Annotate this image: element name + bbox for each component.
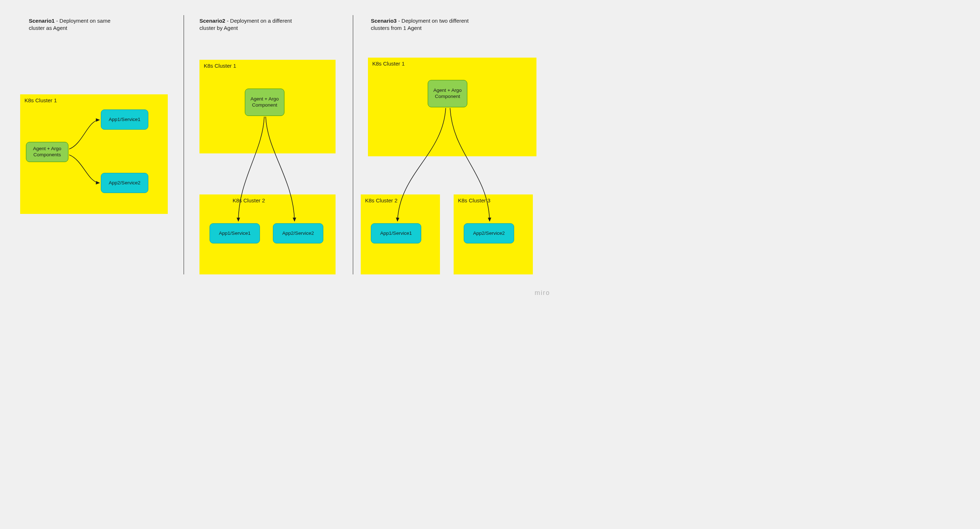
scenario3-title: Scenario3 - Deployment on two different … [371,17,486,32]
s3-app1-node: App1/Service1 [371,223,421,244]
node-label: App2/Service2 [109,180,140,186]
s1-app2-node: App2/Service2 [101,173,148,193]
node-label: Agent + Argo Component [247,96,283,108]
cluster-label: K8s Cluster 2 [365,198,398,204]
s2-agent-node: Agent + Argo Component [245,89,285,116]
divider-2 [353,15,353,274]
cluster-label: K8s Cluster 1 [372,61,405,67]
s2-app1-node: App1/Service1 [210,223,260,244]
node-label: App1/Service1 [380,231,412,237]
miro-watermark: miro [535,289,550,297]
node-label: App1/Service1 [219,231,251,237]
node-label: Agent + Argo Components [28,146,67,158]
node-label: App2/Service2 [282,231,314,237]
cluster-label: K8s Cluster 1 [24,97,57,104]
s1-agent-node: Agent + Argo Components [26,142,68,162]
node-label: App2/Service2 [473,231,505,237]
s1-app1-node: App1/Service1 [101,110,148,130]
cluster-label: K8s Cluster 3 [458,198,490,204]
node-label: Agent + Argo Component [430,88,466,100]
scenario1-title: Scenario1 - Deployment on same cluster a… [29,17,123,32]
scenario2-title: Scenario2 - Deployment on a different cl… [199,17,300,32]
node-label: App1/Service1 [109,117,140,123]
s3-app2-node: App2/Service2 [464,223,514,244]
cluster-label: K8s Cluster 2 [232,198,265,204]
cluster-label: K8s Cluster 1 [204,63,236,69]
divider-1 [184,15,184,274]
s2-app2-node: App2/Service2 [273,223,323,244]
s3-agent-node: Agent + Argo Component [428,80,467,107]
diagram-canvas: Scenario1 - Deployment on same cluster a… [0,0,557,301]
